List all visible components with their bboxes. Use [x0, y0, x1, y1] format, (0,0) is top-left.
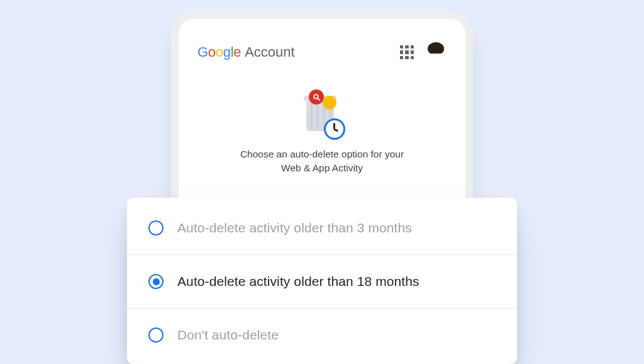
prompt-text: Choose an auto-delete option for your We… [240, 147, 404, 176]
option-label: Auto-delete activity older than 3 months [177, 220, 412, 236]
auto-delete-illustration [297, 92, 347, 136]
radio-icon [148, 327, 164, 343]
avatar[interactable] [424, 40, 448, 64]
option-label: Auto-delete activity older than 18 month… [177, 274, 419, 289]
option-3-months[interactable]: Auto-delete activity older than 3 months [127, 202, 517, 255]
radio-icon [148, 274, 164, 289]
app-header: Google Account [194, 40, 450, 64]
option-label: Don't auto-delete [177, 327, 279, 343]
radio-icon [148, 220, 164, 236]
account-label: Account [245, 44, 295, 60]
google-account-logo: Google Account [197, 44, 295, 60]
header-actions [400, 40, 448, 64]
coin-icon [323, 96, 336, 110]
auto-delete-prompt: Choose an auto-delete option for your We… [194, 92, 450, 176]
google-wordmark: Google [197, 44, 241, 60]
svg-line-1 [318, 98, 319, 100]
clock-icon [324, 118, 345, 140]
option-18-months[interactable]: Auto-delete activity older than 18 month… [127, 255, 517, 309]
magnifier-badge-icon [309, 89, 324, 105]
auto-delete-options-card: Auto-delete activity older than 3 months… [127, 198, 517, 364]
apps-grid-icon[interactable] [400, 45, 414, 59]
option-dont-delete[interactable]: Don't auto-delete [127, 309, 517, 364]
